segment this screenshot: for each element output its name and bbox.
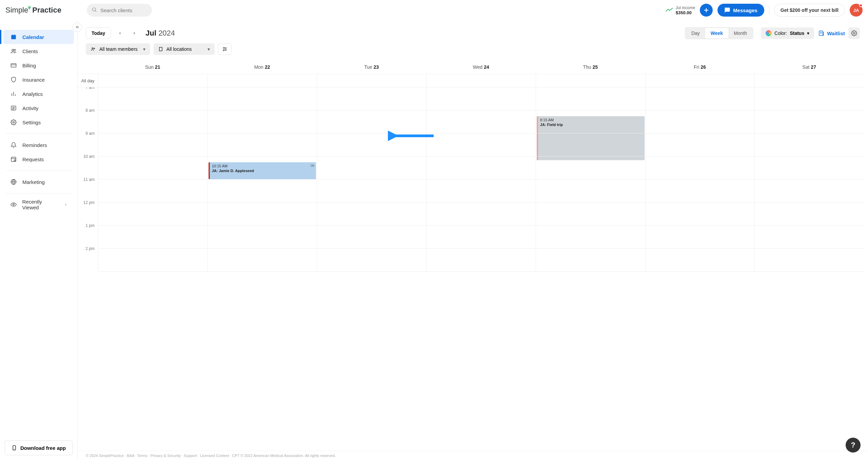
view-month[interactable]: Month <box>728 28 752 38</box>
hour-cell[interactable] <box>754 180 864 203</box>
hour-cell[interactable] <box>317 226 426 249</box>
hour-cell[interactable] <box>317 180 426 203</box>
allday-slot[interactable] <box>317 74 426 87</box>
filter-sliders-button[interactable] <box>218 43 232 55</box>
hour-cell[interactable] <box>754 249 864 272</box>
hour-cell[interactable] <box>317 203 426 226</box>
hour-cell[interactable] <box>754 156 864 180</box>
sidebar-item-requests[interactable]: Requests <box>3 152 74 166</box>
sidebar-item-clients[interactable]: Clients <box>3 44 74 58</box>
main: Today Jul 2024 Day Week Month Color: Sta… <box>77 20 868 460</box>
hour-cell[interactable] <box>426 249 536 272</box>
hour-cell[interactable] <box>98 180 208 203</box>
allday-slot[interactable] <box>98 74 208 87</box>
allday-slot[interactable] <box>754 74 864 87</box>
hour-cell[interactable] <box>98 249 208 272</box>
sidebar-item-settings[interactable]: Settings <box>3 115 74 129</box>
hour-cell[interactable]: 8:15 AMJA: Field trip <box>536 87 645 110</box>
sidebar-item-recently-viewed[interactable]: Recently Viewed <box>3 197 74 212</box>
hour-cell[interactable] <box>645 110 755 133</box>
sidebar-item-analytics[interactable]: Analytics <box>3 87 74 101</box>
hour-cell[interactable] <box>317 249 426 272</box>
allday-slot[interactable] <box>426 74 536 87</box>
svg-rect-10 <box>11 64 16 67</box>
calendar-settings-button[interactable] <box>848 27 860 39</box>
hour-cell[interactable] <box>208 156 317 180</box>
view-week[interactable]: Week <box>705 28 728 38</box>
hour-cell[interactable] <box>208 249 317 272</box>
hour-cell[interactable] <box>536 133 645 156</box>
hour-cell[interactable] <box>536 249 645 272</box>
messages-button[interactable]: Messages <box>717 4 764 17</box>
hour-cell[interactable] <box>536 110 645 133</box>
hour-cell[interactable] <box>536 156 645 180</box>
income-widget[interactable]: Jul income $350.00 <box>666 5 695 15</box>
hour-cell[interactable] <box>426 156 536 180</box>
hour-cell[interactable] <box>208 180 317 203</box>
hour-cell[interactable] <box>536 180 645 203</box>
hour-cell[interactable] <box>317 156 426 180</box>
hour-cell[interactable] <box>645 133 755 156</box>
sidebar-item-activity[interactable]: Activity <box>3 101 74 115</box>
hour-cell[interactable] <box>426 110 536 133</box>
add-button[interactable] <box>700 4 713 17</box>
sidebar-item-insurance[interactable]: Insurance <box>3 72 74 87</box>
day-header: Sun 21 <box>98 60 208 74</box>
hour-cell[interactable] <box>426 226 536 249</box>
avatar[interactable]: JA <box>850 4 863 17</box>
day-header: Mon 22 <box>208 60 317 74</box>
sidebar-item-billing[interactable]: Billing <box>3 58 74 72</box>
hour-cell[interactable] <box>754 203 864 226</box>
hour-cell[interactable] <box>98 226 208 249</box>
hour-cell[interactable] <box>754 226 864 249</box>
hour-cell[interactable] <box>208 110 317 133</box>
allday-slot[interactable] <box>536 74 645 87</box>
hour-cell[interactable] <box>645 203 755 226</box>
sidebar-item-reminders[interactable]: Reminders <box>3 138 74 152</box>
hour-cell[interactable] <box>98 203 208 226</box>
hour-cell[interactable] <box>98 133 208 156</box>
hour-cell[interactable] <box>645 226 755 249</box>
hour-cell[interactable] <box>754 87 864 110</box>
sidebar-item-marketing[interactable]: Marketing <box>3 175 74 189</box>
download-app-button[interactable]: Download free app <box>5 440 73 455</box>
hour-cell[interactable] <box>317 87 426 110</box>
allday-slot[interactable] <box>645 74 755 87</box>
waitlist-button[interactable]: Waitlist <box>818 30 845 36</box>
collapse-sidebar-button[interactable] <box>73 22 82 32</box>
hour-cell[interactable] <box>208 226 317 249</box>
sidebar-item-calendar[interactable]: Calendar <box>3 30 74 44</box>
next-button[interactable] <box>129 27 139 39</box>
hour-cell[interactable] <box>754 110 864 133</box>
help-button[interactable]: ? <box>846 438 861 453</box>
filter-location[interactable]: All locations ▾ <box>154 43 215 55</box>
filter-team[interactable]: All team members ▾ <box>86 43 150 55</box>
hour-cell[interactable] <box>754 133 864 156</box>
hour-cell[interactable] <box>208 133 317 156</box>
hour-cell[interactable] <box>426 180 536 203</box>
hour-cell[interactable]: 10:15 AMJA: Jamie D. Appleseed <box>208 87 317 110</box>
hour-cell[interactable] <box>98 156 208 180</box>
hour-cell[interactable] <box>98 110 208 133</box>
hour-cell[interactable] <box>645 87 755 110</box>
hour-cell[interactable] <box>645 249 755 272</box>
hour-cell[interactable] <box>645 156 755 180</box>
hour-cell[interactable] <box>645 180 755 203</box>
hour-cell[interactable] <box>98 87 208 110</box>
hour-cell[interactable] <box>426 203 536 226</box>
view-day[interactable]: Day <box>686 28 705 38</box>
color-selector[interactable]: Color: Status ▾ <box>761 27 814 39</box>
prev-button[interactable] <box>115 27 125 39</box>
hour-cell[interactable] <box>426 87 536 110</box>
hour-cell[interactable] <box>317 133 426 156</box>
hour-cell[interactable] <box>536 203 645 226</box>
logo[interactable]: Simple❦Practice <box>5 6 73 15</box>
today-button[interactable]: Today <box>86 27 111 39</box>
hour-cell[interactable] <box>208 203 317 226</box>
promo-button[interactable]: Get $200 off your next bill <box>774 4 845 17</box>
allday-slot[interactable] <box>208 74 317 87</box>
hour-cell[interactable] <box>426 133 536 156</box>
hour-cell[interactable] <box>317 110 426 133</box>
grid-scroll[interactable]: 7 am10:15 AMJA: Jamie D. Appleseed8:15 A… <box>78 87 864 451</box>
hour-cell[interactable] <box>536 226 645 249</box>
